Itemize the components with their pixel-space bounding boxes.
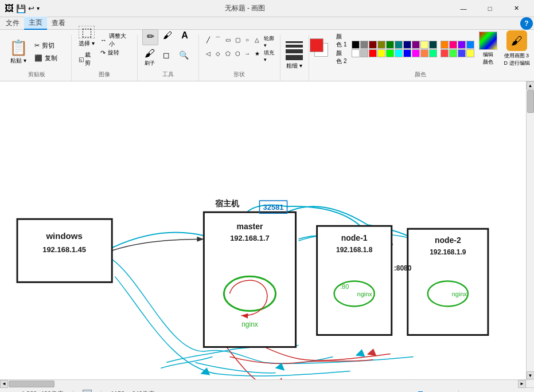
shape-curve[interactable]: ⌒: [213, 35, 223, 44]
rainbow-swatch[interactable]: [479, 32, 497, 50]
extra-color-swatch[interactable]: [441, 41, 449, 49]
extra-color-swatch[interactable]: [466, 41, 474, 49]
linewidth-control[interactable]: 粗细 ▾: [286, 41, 303, 70]
canvas-wrapper[interactable]: windows 192.168.1.45 master 192.168.1.7 …: [0, 81, 526, 379]
extra-color-swatch[interactable]: [449, 49, 457, 57]
crop-button[interactable]: ◱裁剪: [76, 50, 97, 68]
menu-view[interactable]: 查看: [47, 17, 70, 29]
shape-rtri[interactable]: ◁: [204, 49, 213, 58]
svg-text:nginx: nginx: [241, 320, 258, 328]
color-swatch[interactable]: [369, 41, 377, 49]
color-swatch[interactable]: [395, 49, 403, 57]
help-button[interactable]: ?: [520, 17, 533, 30]
svg-text:nginx: nginx: [452, 291, 467, 297]
shape-pent[interactable]: ⬠: [223, 49, 232, 58]
cut-button[interactable]: ✂ 剪切: [32, 40, 67, 51]
paint3d-button[interactable]: 🖌 使用画图 3D 进行编辑: [502, 29, 532, 68]
select-button[interactable]: ⬚ 选择 ▾: [76, 25, 97, 49]
pencil-button[interactable]: ✏: [142, 29, 158, 45]
quick-undo[interactable]: ↩: [28, 4, 34, 13]
shape-arrow[interactable]: →: [243, 49, 252, 58]
drawing-canvas[interactable]: windows 192.168.1.45 master 192.168.1.7 …: [0, 81, 526, 379]
color-swatch[interactable]: [412, 49, 420, 57]
shape-ellipse[interactable]: ○: [243, 35, 252, 44]
color-swatch[interactable]: [429, 41, 437, 49]
edit-colors-button[interactable]: 编辑颜色: [483, 51, 493, 66]
color-swatch[interactable]: [352, 41, 360, 49]
paste-button[interactable]: 📋 粘贴 ▾: [7, 38, 30, 66]
color-swatch[interactable]: [377, 49, 385, 57]
extra-palette: [441, 41, 474, 57]
shape-hex[interactable]: ⬡: [233, 49, 242, 58]
scroll-down-button[interactable]: ▼: [527, 371, 535, 379]
extra-color-swatch[interactable]: [441, 49, 449, 57]
maximize-button[interactable]: □: [477, 0, 503, 17]
shape-rect[interactable]: ▭: [223, 35, 232, 44]
resize-button[interactable]: ↔ 调整大小: [98, 34, 132, 46]
ribbon-group-clipboard: 📋 粘贴 ▾ ✂ 剪切 ⬛ 复制 剪贴板: [2, 35, 72, 81]
outline-button[interactable]: 轮廓 ▾: [264, 35, 275, 48]
text-button[interactable]: A: [177, 29, 193, 45]
vertical-scrollbar[interactable]: ▲ ▼: [526, 81, 534, 379]
ribbon-group-shapes: ╱ ⌒ ▭ ▢ ○ △ ◁ ◇ ⬠ ⬡ → ★ 轮廓 ▾ 填充 ▾: [199, 35, 280, 81]
ribbon-group-linewidth: 粗细 ▾: [280, 35, 309, 81]
horizontal-scrollbar[interactable]: ◄ ►: [0, 379, 534, 387]
brush-button[interactable]: 🖌: [159, 29, 176, 45]
quick-save[interactable]: 💾: [16, 4, 26, 13]
h-scroll-thumb[interactable]: [9, 381, 54, 387]
color-swatch[interactable]: [429, 49, 437, 57]
extra-color-swatch[interactable]: [466, 49, 474, 57]
minimize-button[interactable]: —: [450, 0, 477, 17]
color-swatch[interactable]: [420, 41, 428, 49]
ribbon-group-tools: ✏ 🖌 A 🖌 刷子 ◻ 🔍 工具: [138, 35, 199, 81]
extra-color-swatch[interactable]: [449, 41, 457, 49]
color-swatch[interactable]: [403, 41, 411, 49]
color-swatch[interactable]: [412, 41, 420, 49]
copy-button[interactable]: ⬛ 复制: [32, 52, 67, 64]
menu-home[interactable]: 主页: [24, 17, 47, 30]
color-swatch[interactable]: [395, 41, 403, 49]
fill-brush-button[interactable]: 🖌 刷子: [142, 46, 157, 68]
zoom-in-button[interactable]: +: [445, 390, 449, 393]
color-swatch[interactable]: [360, 41, 368, 49]
color-swatch[interactable]: [420, 49, 428, 57]
shape-diamond[interactable]: ◇: [213, 49, 223, 58]
color-swatch[interactable]: [352, 49, 360, 57]
color-swatch[interactable]: [360, 49, 368, 57]
close-button[interactable]: ✕: [503, 0, 529, 17]
color-swatch[interactable]: [377, 41, 385, 49]
crop-icon: ◱: [79, 56, 84, 62]
svg-text:192.168.1.8: 192.168.1.8: [336, 246, 373, 254]
color-swatch[interactable]: [386, 49, 394, 57]
app-icon: 🖼: [5, 3, 14, 14]
shape-tri[interactable]: △: [252, 35, 262, 44]
eraser-button[interactable]: ◻: [158, 49, 174, 65]
scroll-up-button[interactable]: ▲: [527, 81, 535, 89]
fill-button[interactable]: 填充 ▾: [264, 49, 275, 62]
scroll-right-button[interactable]: ►: [518, 380, 526, 388]
color-swatch[interactable]: [369, 49, 377, 57]
rotate-button[interactable]: ↷ 旋转: [98, 47, 132, 58]
svg-text:node-2: node-2: [435, 236, 461, 245]
svg-text::8080: :8080: [394, 264, 412, 272]
extra-color-swatch[interactable]: [458, 41, 466, 49]
menu-file[interactable]: 文件: [1, 17, 24, 29]
shape-rrect[interactable]: ▢: [233, 35, 242, 44]
status-bar: ◁ ◁ 329, 426像素 1152 × 648像素 100% + CSDN …: [0, 387, 534, 392]
coordinates: ◁ 329, 426像素: [18, 390, 64, 392]
image-label: 图像: [99, 70, 110, 79]
clipboard-label: 剪贴板: [28, 70, 45, 79]
extra-color-swatch[interactable]: [458, 49, 466, 57]
scroll-thumb[interactable]: [527, 90, 534, 113]
scroll-left-button[interactable]: ◄: [0, 380, 8, 388]
svg-text:master: master: [237, 222, 263, 231]
color-swatch[interactable]: [403, 49, 411, 57]
svg-text::80: :80: [340, 283, 349, 290]
shape-star[interactable]: ★: [252, 49, 262, 58]
shape-line[interactable]: ╱: [204, 35, 213, 44]
color1-label: 颜色 1: [336, 33, 346, 49]
eyedropper-button[interactable]: 🔍: [176, 49, 192, 65]
svg-text:32581: 32581: [263, 203, 283, 211]
color-swatch[interactable]: [386, 41, 394, 49]
color1-box[interactable]: [310, 38, 323, 52]
